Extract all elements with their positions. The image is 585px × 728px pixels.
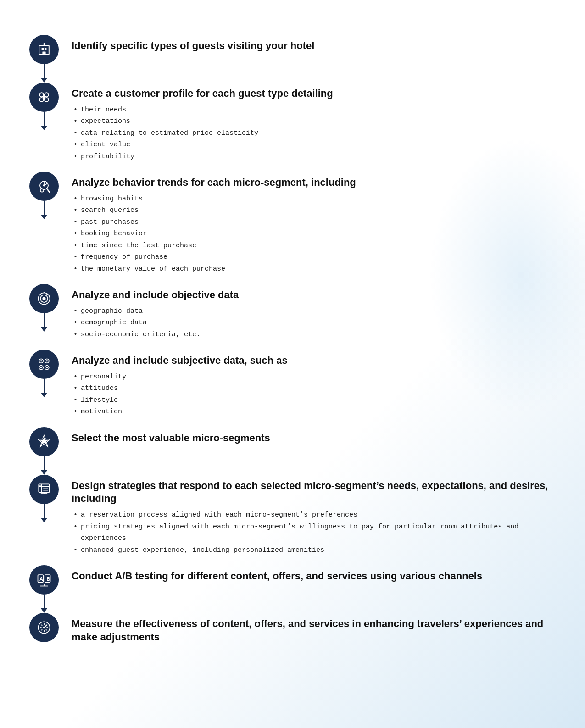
step7-icon bbox=[29, 475, 59, 504]
svg-line-52 bbox=[41, 625, 43, 626]
list-item: motivation bbox=[72, 406, 557, 418]
svg-rect-3 bbox=[42, 52, 45, 55]
list-item: attitudes bbox=[72, 383, 557, 395]
svg-point-19 bbox=[42, 297, 45, 300]
list-item: the monetary value of each purchase bbox=[72, 263, 557, 275]
svg-point-26 bbox=[46, 360, 48, 362]
list-item: their needs bbox=[72, 104, 557, 116]
list-item: search queries bbox=[72, 205, 557, 217]
list-item: a reservation process aligned with each … bbox=[72, 509, 557, 521]
step-step2: Create a customer profile for each guest… bbox=[28, 83, 557, 172]
list-item: profitability bbox=[72, 151, 557, 163]
list-item: expectations bbox=[72, 116, 557, 128]
step6-icon bbox=[29, 427, 59, 456]
step-step4: Analyze and include objective datageogra… bbox=[28, 284, 557, 350]
list-item: lifestyle bbox=[72, 395, 557, 406]
step1-icon bbox=[29, 35, 59, 64]
list-item: data relating to estimated price elastic… bbox=[72, 128, 557, 139]
svg-point-34 bbox=[39, 485, 41, 486]
list-item: time since the last purchase bbox=[72, 240, 557, 252]
step-step9: Measure the effectiveness of content, of… bbox=[28, 613, 557, 656]
svg-text:B: B bbox=[46, 576, 50, 582]
list-item: pricing strategies aligned with each mic… bbox=[72, 521, 557, 545]
list-item: geographic data bbox=[72, 306, 557, 317]
step5-icon bbox=[29, 350, 59, 379]
svg-line-55 bbox=[41, 629, 43, 631]
step-step5: Analyze and include subjective data, suc… bbox=[28, 350, 557, 427]
step2-heading: Create a customer profile for each guest… bbox=[72, 87, 557, 100]
step3-icon bbox=[29, 172, 59, 201]
list-item: enhanced guest experience, including per… bbox=[72, 545, 557, 556]
list-item: client value bbox=[72, 139, 557, 151]
step8-heading: Conduct A/B testing for different conten… bbox=[72, 570, 557, 583]
svg-point-25 bbox=[40, 360, 42, 362]
svg-marker-5 bbox=[43, 43, 45, 45]
step6-heading: Select the most valuable micro-segments bbox=[72, 432, 557, 445]
svg-line-53 bbox=[46, 629, 47, 631]
svg-point-27 bbox=[40, 367, 42, 369]
step7-heading: Design strategies that respond to each s… bbox=[72, 479, 557, 506]
step4-heading: Analyze and include objective data bbox=[72, 289, 557, 302]
list-item: browsing habits bbox=[72, 193, 557, 205]
svg-rect-2 bbox=[45, 48, 47, 50]
step4-icon bbox=[29, 284, 59, 313]
list-item: socio-economic criteria, etc. bbox=[72, 329, 557, 341]
step8-icon: A B bbox=[29, 565, 59, 595]
step2-icon bbox=[29, 83, 59, 112]
step-step8: A B Conduct A/B testing for different co… bbox=[28, 565, 557, 613]
list-item: demographic data bbox=[72, 317, 557, 329]
step-step3: Analyze behavior trends for each micro-s… bbox=[28, 172, 557, 284]
step-step1: Identify specific types of guests visiti… bbox=[28, 35, 557, 83]
step3-heading: Analyze behavior trends for each micro-s… bbox=[72, 176, 557, 189]
step-step7: Design strategies that respond to each s… bbox=[28, 475, 557, 565]
step9-icon bbox=[29, 613, 59, 642]
svg-point-28 bbox=[46, 367, 48, 369]
list-item: past purchases bbox=[72, 217, 557, 228]
list-item: frequency of purchase bbox=[72, 251, 557, 263]
list-item: personality bbox=[72, 371, 557, 383]
step1-heading: Identify specific types of guests visiti… bbox=[72, 39, 557, 53]
svg-point-51 bbox=[43, 627, 45, 629]
step5-heading: Analyze and include subjective data, suc… bbox=[72, 354, 557, 367]
svg-text:A: A bbox=[39, 576, 43, 582]
step9-heading: Measure the effectiveness of content, of… bbox=[72, 617, 557, 644]
list-item: booking behavior bbox=[72, 228, 557, 240]
steps-container: Identify specific types of guests visiti… bbox=[28, 35, 557, 656]
svg-point-14 bbox=[43, 184, 45, 187]
svg-line-15 bbox=[46, 189, 49, 192]
svg-rect-10 bbox=[43, 94, 45, 100]
step-step6: Select the most valuable micro-segments bbox=[28, 427, 557, 475]
svg-rect-1 bbox=[42, 48, 44, 50]
